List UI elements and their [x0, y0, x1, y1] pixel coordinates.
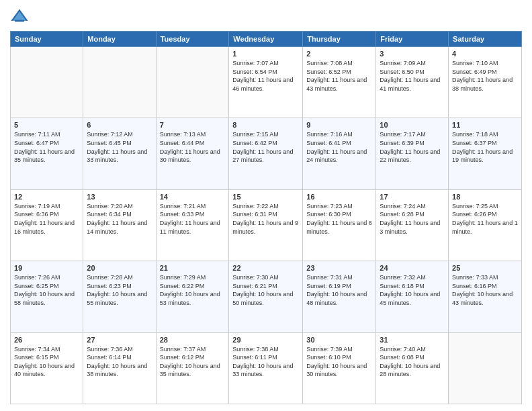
day-number: 26 [14, 336, 79, 344]
day-info: Sunrise: 7:23 AM Sunset: 6:30 PM Dayligh… [306, 202, 372, 236]
calendar-cell [11, 47, 83, 118]
calendar-cell: 20Sunrise: 7:28 AM Sunset: 6:23 PM Dayli… [83, 261, 156, 332]
calendar-cell: 30Sunrise: 7:39 AM Sunset: 6:10 PM Dayli… [303, 332, 376, 404]
day-number: 10 [380, 121, 445, 129]
day-number: 9 [306, 121, 372, 129]
day-number: 17 [380, 193, 445, 201]
day-number: 12 [14, 193, 79, 201]
week-row-2: 12Sunrise: 7:19 AM Sunset: 6:36 PM Dayli… [11, 189, 522, 261]
calendar-cell: 6Sunrise: 7:12 AM Sunset: 6:45 PM Daylig… [83, 118, 156, 189]
calendar-cell: 14Sunrise: 7:21 AM Sunset: 6:33 PM Dayli… [156, 189, 229, 261]
week-row-4: 26Sunrise: 7:34 AM Sunset: 6:15 PM Dayli… [11, 332, 522, 404]
day-number: 8 [232, 121, 299, 129]
day-header-friday: Friday [376, 32, 449, 47]
calendar-cell: 18Sunrise: 7:25 AM Sunset: 6:26 PM Dayli… [449, 189, 522, 261]
day-info: Sunrise: 7:33 AM Sunset: 6:16 PM Dayligh… [452, 273, 518, 307]
day-header-row: SundayMondayTuesdayWednesdayThursdayFrid… [11, 32, 522, 47]
day-info: Sunrise: 7:26 AM Sunset: 6:25 PM Dayligh… [14, 273, 79, 307]
calendar-cell: 11Sunrise: 7:18 AM Sunset: 6:37 PM Dayli… [449, 118, 522, 189]
day-info: Sunrise: 7:22 AM Sunset: 6:31 PM Dayligh… [232, 202, 299, 236]
calendar-cell: 29Sunrise: 7:38 AM Sunset: 6:11 PM Dayli… [229, 332, 303, 404]
day-info: Sunrise: 7:37 AM Sunset: 6:12 PM Dayligh… [160, 345, 226, 379]
day-number: 14 [160, 193, 226, 201]
week-row-0: 1Sunrise: 7:07 AM Sunset: 6:54 PM Daylig… [11, 47, 522, 118]
day-info: Sunrise: 7:11 AM Sunset: 6:47 PM Dayligh… [14, 130, 79, 164]
day-info: Sunrise: 7:20 AM Sunset: 6:34 PM Dayligh… [87, 202, 152, 236]
calendar-cell: 25Sunrise: 7:33 AM Sunset: 6:16 PM Dayli… [449, 261, 522, 332]
day-info: Sunrise: 7:09 AM Sunset: 6:50 PM Dayligh… [380, 59, 445, 93]
day-header-sunday: Sunday [11, 32, 83, 47]
day-header-tuesday: Tuesday [156, 32, 229, 47]
day-info: Sunrise: 7:12 AM Sunset: 6:45 PM Dayligh… [87, 130, 152, 164]
day-info: Sunrise: 7:39 AM Sunset: 6:10 PM Dayligh… [306, 345, 372, 379]
day-number: 31 [380, 336, 445, 344]
calendar-cell: 5Sunrise: 7:11 AM Sunset: 6:47 PM Daylig… [11, 118, 83, 189]
calendar-cell: 3Sunrise: 7:09 AM Sunset: 6:50 PM Daylig… [376, 47, 449, 118]
calendar-cell [449, 332, 522, 404]
calendar-cell: 28Sunrise: 7:37 AM Sunset: 6:12 PM Dayli… [156, 332, 229, 404]
calendar-cell: 10Sunrise: 7:17 AM Sunset: 6:39 PM Dayli… [376, 118, 449, 189]
day-number: 24 [380, 264, 445, 272]
day-number: 5 [14, 121, 79, 129]
calendar-cell: 16Sunrise: 7:23 AM Sunset: 6:30 PM Dayli… [303, 189, 376, 261]
calendar-cell [156, 47, 229, 118]
calendar-cell: 27Sunrise: 7:36 AM Sunset: 6:14 PM Dayli… [83, 332, 156, 404]
day-info: Sunrise: 7:36 AM Sunset: 6:14 PM Dayligh… [87, 345, 152, 379]
calendar-cell: 4Sunrise: 7:10 AM Sunset: 6:49 PM Daylig… [449, 47, 522, 118]
calendar-cell: 26Sunrise: 7:34 AM Sunset: 6:15 PM Dayli… [11, 332, 83, 404]
calendar: SundayMondayTuesdayWednesdayThursdayFrid… [10, 31, 522, 404]
day-info: Sunrise: 7:25 AM Sunset: 6:26 PM Dayligh… [452, 202, 518, 236]
calendar-cell: 9Sunrise: 7:16 AM Sunset: 6:41 PM Daylig… [303, 118, 376, 189]
day-info: Sunrise: 7:10 AM Sunset: 6:49 PM Dayligh… [452, 59, 518, 93]
day-number: 29 [232, 336, 299, 344]
calendar-cell: 7Sunrise: 7:13 AM Sunset: 6:44 PM Daylig… [156, 118, 229, 189]
day-info: Sunrise: 7:17 AM Sunset: 6:39 PM Dayligh… [380, 130, 445, 164]
day-header-thursday: Thursday [303, 32, 376, 47]
day-number: 7 [160, 121, 226, 129]
calendar-cell: 22Sunrise: 7:30 AM Sunset: 6:21 PM Dayli… [229, 261, 303, 332]
day-number: 21 [160, 264, 226, 272]
day-info: Sunrise: 7:28 AM Sunset: 6:23 PM Dayligh… [87, 273, 152, 307]
calendar-cell: 15Sunrise: 7:22 AM Sunset: 6:31 PM Dayli… [229, 189, 303, 261]
day-number: 11 [452, 121, 518, 129]
week-row-3: 19Sunrise: 7:26 AM Sunset: 6:25 PM Dayli… [11, 261, 522, 332]
day-number: 15 [232, 193, 299, 201]
week-row-1: 5Sunrise: 7:11 AM Sunset: 6:47 PM Daylig… [11, 118, 522, 189]
day-info: Sunrise: 7:38 AM Sunset: 6:11 PM Dayligh… [232, 345, 299, 379]
day-number: 25 [452, 264, 518, 272]
day-number: 18 [452, 193, 518, 201]
day-header-monday: Monday [83, 32, 156, 47]
calendar-cell: 12Sunrise: 7:19 AM Sunset: 6:36 PM Dayli… [11, 189, 83, 261]
day-info: Sunrise: 7:32 AM Sunset: 6:18 PM Dayligh… [380, 273, 445, 307]
day-number: 2 [306, 50, 372, 58]
day-number: 3 [380, 50, 445, 58]
header [10, 7, 522, 26]
day-number: 6 [87, 121, 152, 129]
day-number: 28 [160, 336, 226, 344]
day-number: 4 [452, 50, 518, 58]
svg-rect-2 [15, 20, 24, 22]
day-info: Sunrise: 7:19 AM Sunset: 6:36 PM Dayligh… [14, 202, 79, 236]
calendar-cell [83, 47, 156, 118]
day-number: 30 [306, 336, 372, 344]
calendar-cell: 13Sunrise: 7:20 AM Sunset: 6:34 PM Dayli… [83, 189, 156, 261]
calendar-cell: 24Sunrise: 7:32 AM Sunset: 6:18 PM Dayli… [376, 261, 449, 332]
day-info: Sunrise: 7:07 AM Sunset: 6:54 PM Dayligh… [232, 59, 299, 93]
page: SundayMondayTuesdayWednesdayThursdayFrid… [0, 0, 532, 411]
logo [10, 7, 32, 26]
day-info: Sunrise: 7:21 AM Sunset: 6:33 PM Dayligh… [160, 202, 226, 236]
day-info: Sunrise: 7:30 AM Sunset: 6:21 PM Dayligh… [232, 273, 299, 307]
day-number: 19 [14, 264, 79, 272]
calendar-cell: 1Sunrise: 7:07 AM Sunset: 6:54 PM Daylig… [229, 47, 303, 118]
day-info: Sunrise: 7:29 AM Sunset: 6:22 PM Dayligh… [160, 273, 226, 307]
day-info: Sunrise: 7:31 AM Sunset: 6:19 PM Dayligh… [306, 273, 372, 307]
day-info: Sunrise: 7:08 AM Sunset: 6:52 PM Dayligh… [306, 59, 372, 93]
calendar-cell: 21Sunrise: 7:29 AM Sunset: 6:22 PM Dayli… [156, 261, 229, 332]
day-number: 23 [306, 264, 372, 272]
day-info: Sunrise: 7:24 AM Sunset: 6:28 PM Dayligh… [380, 202, 445, 236]
calendar-cell: 23Sunrise: 7:31 AM Sunset: 6:19 PM Dayli… [303, 261, 376, 332]
calendar-cell: 19Sunrise: 7:26 AM Sunset: 6:25 PM Dayli… [11, 261, 83, 332]
day-info: Sunrise: 7:13 AM Sunset: 6:44 PM Dayligh… [160, 130, 226, 164]
calendar-cell: 2Sunrise: 7:08 AM Sunset: 6:52 PM Daylig… [303, 47, 376, 118]
calendar-cell: 31Sunrise: 7:40 AM Sunset: 6:08 PM Dayli… [376, 332, 449, 404]
